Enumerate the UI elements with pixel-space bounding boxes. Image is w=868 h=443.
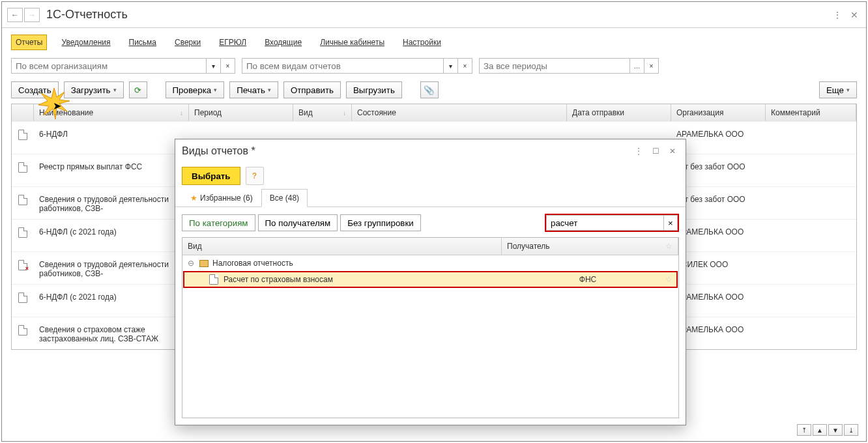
filter-org-clear[interactable]: × — [221, 58, 235, 74]
col-sent[interactable]: Дата отправки — [572, 108, 624, 117]
document-icon — [18, 195, 27, 205]
col-kind[interactable]: Вид — [298, 108, 313, 117]
scroll-bottom-icon[interactable]: ⤓ — [844, 424, 858, 436]
cell-sent — [567, 127, 671, 132]
attach-icon[interactable]: 📎 — [420, 81, 439, 98]
back-button[interactable]: ← — [7, 8, 23, 22]
fav-toggle-icon[interactable]: ☆ — [665, 275, 673, 284]
refresh-icon[interactable]: ⟳ — [129, 81, 147, 98]
dialog-kebab-icon[interactable]: ⋮ — [632, 145, 645, 158]
document-icon — [209, 274, 218, 285]
cell-name: Сведения о трудовой деятельности работни… — [34, 257, 189, 281]
group-by-recipient[interactable]: По получателям — [258, 214, 338, 231]
star-icon: ★ — [190, 193, 197, 203]
tab-notifications[interactable]: Уведомления — [57, 35, 114, 50]
tab-incoming[interactable]: Входящие — [261, 35, 306, 50]
filter-type-dropdown[interactable]: ▾ — [444, 58, 458, 74]
send-button[interactable]: Отправить — [283, 81, 341, 98]
cell-name: Сведения о страховом стаже застрахованны… — [34, 322, 189, 346]
tree-group-row[interactable]: ⊖ Налоговая отчетность — [182, 255, 678, 271]
modal-tab-all[interactable]: Все (48) — [261, 189, 308, 207]
tab-settings[interactable]: Настройки — [399, 35, 445, 50]
cell-name: Реестр прямых выплат ФСС — [34, 160, 189, 174]
cursor-icon: ➤ — [53, 100, 61, 112]
close-icon[interactable]: ✕ — [848, 8, 861, 21]
select-button[interactable]: Выбрать — [182, 167, 240, 185]
cell-comment — [766, 160, 856, 165]
cell-name: 6-НДФЛ — [34, 127, 189, 141]
document-icon — [18, 227, 27, 238]
cell-comment — [766, 322, 856, 328]
folder-icon — [199, 260, 209, 267]
filter-type-clear[interactable]: × — [458, 58, 472, 74]
cell-name: Сведения о трудовой деятельности работни… — [34, 192, 189, 216]
report-types-dialog: Виды отчетов * ⋮ ☐ ✕ Выбрать ? ★Избранны… — [175, 139, 686, 425]
filter-period-clear[interactable]: × — [644, 58, 659, 74]
document-icon — [18, 130, 27, 140]
filter-type-input[interactable] — [242, 58, 444, 74]
cell-comment — [766, 192, 856, 197]
cell-name: 6-НДФЛ (с 2021 года) — [34, 225, 189, 239]
filter-period-open[interactable]: … — [630, 58, 644, 74]
tab-cabinets[interactable]: Личные кабинеты — [316, 35, 388, 50]
page-title: 1С-Отчетность — [46, 8, 827, 21]
check-button[interactable]: Проверка — [166, 81, 225, 98]
dialog-close-icon[interactable]: ✕ — [666, 145, 679, 158]
tab-reconciliations[interactable]: Сверки — [171, 35, 205, 50]
cell-comment — [766, 257, 856, 263]
dialog-maximize-icon[interactable]: ☐ — [649, 145, 662, 158]
col-state[interactable]: Состояние — [357, 108, 396, 117]
document-icon — [18, 162, 27, 173]
dialog-title: Виды отчетов * — [182, 145, 628, 157]
modal-col-recipient[interactable]: Получатель — [507, 242, 550, 251]
col-org[interactable]: Организация — [676, 108, 723, 117]
print-button[interactable]: Печать — [229, 81, 278, 98]
group-label: Налоговая отчетность — [212, 259, 293, 268]
filter-org-input[interactable] — [11, 58, 207, 74]
tab-bar: Отчеты Уведомления Письма Сверки ЕГРЮЛ В… — [2, 28, 866, 55]
group-by-category[interactable]: По категориям — [182, 214, 255, 231]
item-recipient: ФНС — [510, 275, 665, 284]
col-comment[interactable]: Комментарий — [771, 108, 820, 117]
filter-org-dropdown[interactable]: ▾ — [207, 58, 221, 74]
document-icon — [18, 260, 27, 270]
cell-comment — [766, 127, 856, 132]
search-clear[interactable]: × — [663, 215, 678, 231]
cell-kind — [293, 127, 352, 132]
col-period[interactable]: Период — [194, 108, 222, 117]
export-button[interactable]: Выгрузить — [346, 81, 402, 98]
kebab-icon[interactable]: ⋮ — [831, 8, 844, 21]
document-icon — [18, 325, 27, 336]
scroll-up-icon[interactable]: ▲ — [813, 424, 827, 436]
scroll-down-icon[interactable]: ▼ — [828, 424, 843, 436]
cell-comment — [766, 225, 856, 230]
tab-letters[interactable]: Письма — [125, 35, 161, 50]
cell-state — [352, 127, 567, 132]
collapse-icon[interactable]: ⊖ — [188, 259, 195, 268]
tab-reports[interactable]: Отчеты — [11, 35, 47, 50]
group-none[interactable]: Без группировки — [340, 214, 421, 231]
scroll-top-icon[interactable]: ⤒ — [797, 424, 811, 436]
cell-period — [189, 127, 293, 132]
item-label: Расчет по страховым взносам — [224, 275, 510, 284]
cell-name: 6-НДФЛ (с 2021 года) — [34, 290, 189, 304]
modal-tab-favorites[interactable]: ★Избранные (6) — [182, 189, 261, 207]
filter-period-input[interactable] — [479, 58, 630, 74]
more-button[interactable]: Еще — [819, 81, 857, 98]
help-icon[interactable]: ? — [246, 167, 264, 185]
tab-egrul[interactable]: ЕГРЮЛ — [215, 35, 250, 50]
document-icon — [18, 293, 27, 303]
cell-comment — [766, 290, 856, 295]
forward-button[interactable]: → — [24, 8, 40, 22]
table-header: Наименование↓ Период Вид↓ Состояние Дата… — [12, 104, 856, 121]
tree-item-row[interactable]: Расчет по страховым взносам ФНС ☆ — [183, 271, 678, 288]
search-highlight: × — [545, 214, 679, 232]
search-input[interactable] — [546, 215, 663, 231]
load-button[interactable]: Загрузить — [64, 81, 124, 98]
modal-col-kind[interactable]: Вид — [182, 238, 502, 255]
fav-header-icon[interactable]: ☆ — [665, 242, 673, 251]
